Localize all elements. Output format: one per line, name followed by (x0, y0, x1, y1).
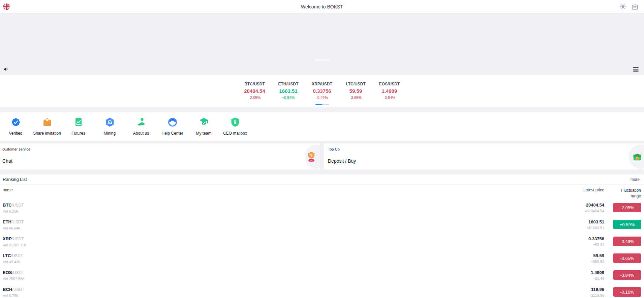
pagination-segment[interactable] (322, 104, 329, 105)
table-row[interactable]: ETH/USDT Vol 46.64K 1603.51 ≈$1603.51 +0… (0, 216, 644, 233)
pair-cell: ETH/USDT Vol 46.64K (3, 219, 587, 230)
ticker-price: 1603.51 (272, 88, 305, 94)
latest-price: 1.4909 (591, 270, 604, 275)
volume-label: Vol 8.79K (3, 294, 589, 298)
price-cell: 20404.54 ≈$20404.54 (585, 202, 604, 213)
orders-icon[interactable] (631, 3, 639, 10)
ticker-change: +0.59% (272, 96, 305, 100)
pair-cell: BTC/USDT Vol 6.25K (3, 202, 585, 213)
volume-label: Vol 6.25K (3, 209, 585, 213)
approx-usd-value: ≈$1603.51 (587, 226, 604, 230)
approx-usd-value: ≈$59.59 (591, 260, 604, 264)
ticker-section: BTC/USDT 20404.54 -2.05% ETH/USDT 1603.5… (0, 75, 644, 107)
ticker-pair: EOS/USDT (373, 82, 406, 86)
table-row[interactable]: LTC/USDT Vol 49.43K 59.59 ≈$59.59 -3.65% (0, 250, 644, 267)
menu-item[interactable]: CEO mailbox (219, 116, 251, 136)
carousel-indicator (314, 59, 330, 60)
latest-price: 1603.51 (587, 219, 604, 224)
approx-usd-value: ≈$20404.54 (585, 209, 604, 213)
pair-cell: LTC/USDT Vol 49.43K (3, 252, 591, 264)
quote-symbol: /USDT (12, 270, 24, 275)
more-link[interactable]: more (631, 177, 640, 182)
menu-item[interactable]: Share invitation (31, 116, 63, 136)
customer-service-card[interactable]: customer service Chat (0, 143, 320, 169)
ticker-change: -0.49% (305, 96, 339, 100)
brightness-icon[interactable] (619, 3, 626, 10)
menu-item[interactable]: Help Center (157, 116, 188, 136)
menu-item[interactable]: About us (125, 116, 157, 136)
announcement-list-icon[interactable] (633, 67, 639, 72)
quick-menu-section: Verified Share invitation Futures Mining… (0, 112, 644, 141)
ticker-row: BTC/USDT 20404.54 -2.05% ETH/USDT 1603.5… (0, 82, 644, 100)
fluctuation-badge: +0.59% (613, 220, 641, 229)
menu-item[interactable]: Mining (94, 116, 125, 136)
coin-symbol: BCH (3, 287, 12, 292)
ticker-item[interactable]: LTC/USDT 59.59 -3.65% (339, 82, 373, 100)
card-label: customer service (2, 147, 30, 151)
ranking-list-title: Ranking List (3, 177, 27, 182)
fluctuation-badge: -3.84% (613, 270, 641, 280)
menu-item-label: Mining (94, 131, 125, 136)
menu-item-label: CEO mailbox (219, 131, 251, 136)
latest-price: 0.33756 (588, 236, 604, 241)
ranking-table-body: BTC/USDT Vol 6.25K 20404.54 ≈$20404.54 -… (0, 199, 644, 298)
coin-symbol: BTC (3, 202, 12, 208)
menu-item[interactable]: Futures (63, 116, 94, 136)
menu-item-label: My team (188, 131, 219, 136)
table-row[interactable]: BCH/USDT Vol 8.79K 119.96 ≈$119.96 -0.16… (0, 283, 644, 298)
table-row[interactable]: EOS/USDT Vol 2567.58K 1.4909 ≈$1.49 -3.8… (0, 267, 644, 283)
futures-icon (73, 116, 84, 128)
ceo-mailbox-icon (229, 116, 241, 128)
ticker-pair: BTC/USDT (238, 82, 272, 86)
ticker-item[interactable]: ETH/USDT 1603.51 +0.59% (272, 82, 305, 100)
ticker-change: -2.05% (238, 96, 272, 100)
volume-label: Vol 2567.58K (3, 277, 591, 281)
wallet-icon (632, 151, 643, 162)
menu-item-label: Futures (63, 131, 94, 136)
approx-usd-value: ≈$119.96 (589, 293, 604, 297)
about-us-icon (135, 116, 147, 128)
coin-symbol: XRP (3, 236, 12, 241)
price-cell: 1603.51 ≈$1603.51 (587, 219, 604, 230)
table-row[interactable]: XRP/USDT Vol 21389.11K 0.33756 ≈$0.34 -0… (0, 233, 644, 250)
pair-cell: EOS/USDT Vol 2567.58K (3, 269, 591, 281)
card-title: Deposit / Buy (328, 158, 356, 164)
table-header-row: name Latest price Fluctuation range (0, 185, 644, 199)
latest-price: 119.96 (589, 287, 604, 292)
quick-menu: Verified Share invitation Futures Mining… (0, 116, 644, 136)
price-cell: 119.96 ≈$119.96 (589, 287, 604, 297)
approx-usd-value: ≈$1.49 (591, 276, 604, 280)
menu-item[interactable]: Verified (0, 116, 31, 136)
fluctuation-badge: -0.49% (613, 237, 641, 246)
ticker-item[interactable]: BTC/USDT 20404.54 -2.05% (238, 82, 272, 100)
verified-badge-icon (10, 116, 22, 128)
table-row[interactable]: BTC/USDT Vol 6.25K 20404.54 ≈$20404.54 -… (0, 199, 644, 216)
menu-item-label: Help Center (157, 131, 188, 136)
menu-item-label: About us (125, 131, 157, 136)
pagination-segment-active[interactable] (315, 104, 322, 105)
pair-cell: XRP/USDT Vol 21389.11K (3, 236, 588, 247)
banner-carousel[interactable] (0, 13, 644, 63)
ticker-item[interactable]: XRP/USDT 0.33756 -0.49% (305, 82, 339, 100)
ticker-price: 0.33756 (305, 88, 339, 94)
menu-item[interactable]: My team (188, 116, 219, 136)
ticker-price: 1.4909 (373, 88, 406, 94)
my-team-icon (198, 116, 210, 128)
ticker-pair: ETH/USDT (272, 82, 305, 86)
card-label: Top Up (328, 147, 340, 151)
speaker-icon[interactable] (3, 66, 9, 72)
menu-item-label: Verified (0, 131, 31, 136)
fluctuation-badge: -2.05% (613, 203, 641, 212)
top-up-card[interactable]: Top Up Deposit / Buy (324, 143, 644, 169)
coin-symbol: LTC (3, 253, 11, 258)
price-cell: 1.4909 ≈$1.49 (591, 270, 604, 280)
ticker-pair: XRP/USDT (305, 82, 339, 86)
share-invitation-icon (41, 116, 53, 128)
fluctuation-badge: -3.65% (613, 253, 641, 263)
volume-label: Vol 46.64K (3, 226, 587, 230)
coin-symbol: ETH (3, 219, 11, 224)
coin-symbol: EOS (3, 270, 12, 275)
announcement-bar (0, 63, 644, 75)
quote-symbol: /USDT (12, 237, 24, 241)
ticker-item[interactable]: EOS/USDT 1.4909 -3.84% (373, 82, 406, 100)
